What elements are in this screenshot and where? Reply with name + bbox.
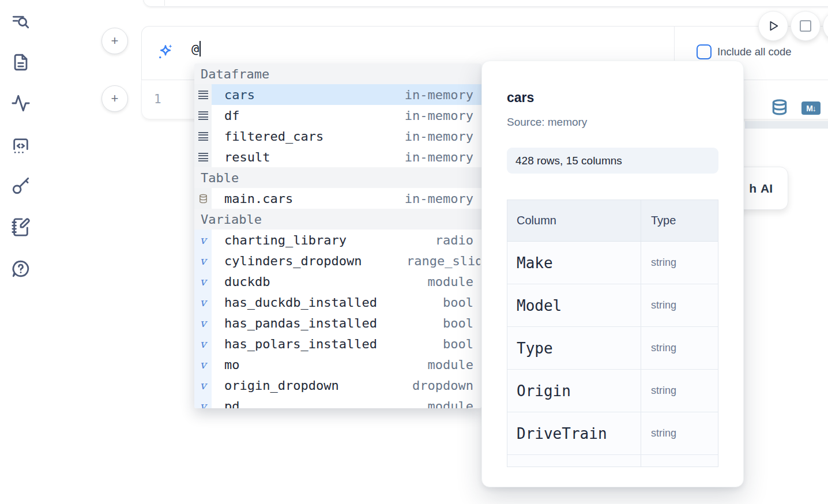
sparkles-icon (157, 43, 174, 61)
column-type: string (651, 257, 676, 269)
column-type: string (651, 385, 676, 397)
item-type: in-memory (405, 129, 473, 144)
item-type: in-memory (405, 191, 473, 206)
previous-cell-edge (143, 0, 828, 7)
variable-v-icon (194, 292, 212, 313)
item-name: main.cars (224, 191, 293, 206)
add-cell-button[interactable]: + (101, 85, 128, 112)
autocomplete-item-cylinders-dropdown[interactable]: cylinders_dropdownrange_slider (194, 250, 481, 271)
column-name: Make (517, 254, 553, 272)
table-row: DriveTrain string (507, 412, 718, 455)
item-type: in-memory (405, 88, 473, 102)
column-type: string (651, 427, 676, 439)
type-header: Type (651, 214, 676, 227)
ai-button-partial-text: h (749, 182, 757, 195)
item-name: cylinders_dropdown (224, 254, 362, 268)
column-type: string (651, 299, 676, 311)
item-type: module (428, 358, 473, 372)
database-icon[interactable] (770, 98, 789, 117)
activity-icon[interactable] (11, 93, 31, 113)
variable-v-icon (194, 333, 212, 354)
item-type: bool (443, 295, 473, 310)
autocomplete-item-cars[interactable]: carsin-memory (194, 84, 481, 105)
item-type: module (428, 274, 473, 289)
dataframe-lines-icon (194, 84, 212, 105)
dataframe-preview-popup: cars Source: memory 428 rows, 15 columns… (481, 61, 744, 487)
item-name: origin_dropdown (224, 378, 339, 393)
table-row: Model string (507, 284, 718, 327)
autocomplete-item-df[interactable]: dfin-memory (194, 105, 481, 126)
column-name: DriveTrain (517, 425, 607, 442)
table-row: Make string (507, 242, 718, 284)
item-type: range_slider (407, 254, 480, 268)
code-cell-icon[interactable] (11, 136, 31, 156)
item-type: module (428, 399, 473, 409)
autocomplete-item-clipped[interactable]: pdmodule (194, 396, 481, 408)
add-cell-button[interactable]: + (101, 28, 128, 54)
variable-v-icon (194, 250, 212, 271)
item-name: has_duckdb_installed (224, 295, 377, 310)
column-type: string (651, 342, 676, 354)
column-name: Model (517, 297, 562, 314)
stop-cell-button[interactable] (791, 11, 821, 41)
prompt-text: @ (191, 42, 199, 56)
shape-badge: 428 rows, 15 columns (507, 148, 718, 174)
autocomplete-item-has-duckdb-installed[interactable]: has_duckdb_installedbool (194, 292, 481, 313)
preview-title: cars (507, 90, 718, 106)
column-name: Type (517, 340, 553, 357)
preview-source: Source: memory (507, 116, 718, 129)
output-table-edge (745, 121, 828, 129)
play-icon (767, 20, 780, 32)
dataframe-lines-icon (194, 105, 212, 126)
table-database-icon (194, 188, 212, 209)
item-name: pd (224, 399, 240, 409)
section-header-dataframe: Dataframe (194, 63, 481, 84)
variable-v-icon (194, 375, 212, 396)
autocomplete-item-has-polars-installed[interactable]: has_polars_installedbool (194, 333, 481, 354)
dataframe-lines-icon (194, 146, 212, 167)
marimo-notebook: + + @ Include all code 1 M↓ h AI (0, 0, 828, 504)
variable-v-icon (194, 354, 212, 375)
text-cursor (200, 41, 201, 57)
item-type: in-memory (405, 108, 473, 123)
column-name: Origin (517, 382, 571, 400)
help-icon[interactable] (11, 259, 31, 279)
line-number: 1 (154, 79, 161, 119)
toc-search-icon[interactable] (11, 13, 31, 32)
autocomplete-dropdown: Dataframe carsin-memory dfin-memory filt… (194, 63, 481, 408)
autocomplete-item-main-cars[interactable]: main.carsin-memory (194, 188, 481, 209)
item-type: bool (443, 337, 473, 351)
variable-v-icon (194, 230, 212, 250)
autocomplete-item-filtered-cars[interactable]: filtered_carsin-memory (194, 126, 481, 146)
item-name: duckdb (224, 274, 270, 289)
scratchpad-icon[interactable] (11, 217, 31, 237)
ai-prompt-input[interactable]: @ (191, 41, 201, 57)
include-all-code-label[interactable]: Include all code (717, 46, 792, 58)
include-all-code-checkbox[interactable] (697, 44, 712, 59)
item-type: radio (435, 233, 473, 247)
run-cell-button[interactable] (758, 11, 788, 41)
item-name: filtered_cars (224, 129, 323, 144)
sidebar (0, 0, 42, 504)
section-header-table: Table (194, 167, 481, 188)
ai-button-label: AI (761, 182, 773, 195)
item-name: has_pandas_installed (224, 316, 377, 330)
item-type: in-memory (405, 150, 473, 164)
item-name: result (224, 150, 270, 164)
schema-table: Column Type Make string Model string Typ… (507, 200, 718, 467)
schema-header-row: Column Type (507, 200, 718, 242)
item-name: df (224, 108, 240, 123)
variable-v-icon (194, 271, 212, 292)
item-type: dropdown (412, 378, 473, 393)
autocomplete-item-origin-dropdown[interactable]: origin_dropdowndropdown (194, 375, 481, 396)
autocomplete-item-has-pandas-installed[interactable]: has_pandas_installedbool (194, 313, 481, 333)
markdown-icon[interactable]: M↓ (801, 101, 821, 115)
autocomplete-item-charting-library[interactable]: charting_libraryradio (194, 230, 481, 250)
item-name: has_polars_installed (224, 337, 377, 351)
column-header: Column (517, 214, 556, 227)
autocomplete-item-result[interactable]: resultin-memory (194, 146, 481, 167)
file-icon[interactable] (11, 52, 31, 72)
key-icon[interactable] (11, 176, 31, 195)
autocomplete-item-duckdb[interactable]: duckdbmodule (194, 271, 481, 292)
autocomplete-item-mo[interactable]: momodule (194, 354, 481, 375)
